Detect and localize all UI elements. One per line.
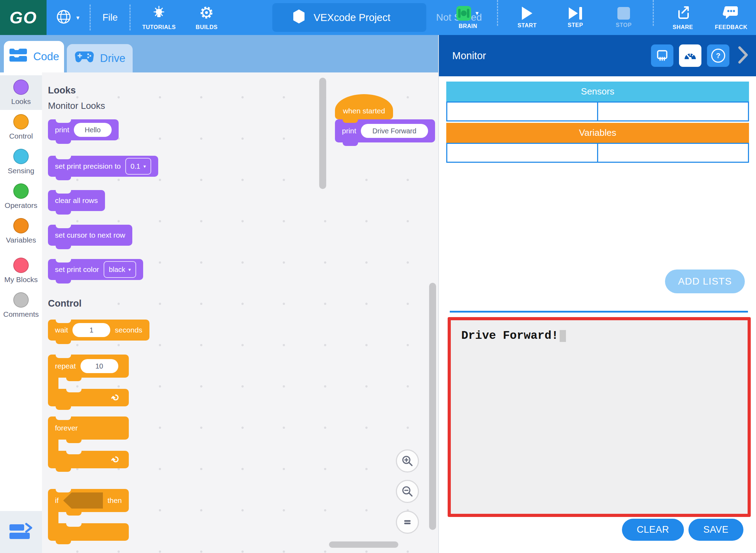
sidebar-item-variables[interactable]: Variables xyxy=(0,214,42,248)
step-button[interactable]: STEP xyxy=(556,0,595,35)
looks-category-dot xyxy=(13,79,29,95)
variables-cell xyxy=(447,144,597,162)
monitor-view-button[interactable] xyxy=(679,44,701,67)
print-block[interactable]: print Hello xyxy=(48,119,119,140)
precision-dropdown[interactable]: 0.1 ▾ xyxy=(125,158,151,175)
vexcode-app: GO ▼ File TUTORIALS BUILDS xyxy=(0,0,756,553)
variables-cell xyxy=(597,144,748,162)
feedback-button[interactable]: FEEDBACK xyxy=(712,0,750,35)
tab-strip: Code Drive xyxy=(0,35,438,72)
palette-expand-button[interactable] xyxy=(0,511,42,553)
repeat-count-input[interactable]: 10 xyxy=(80,359,118,373)
my-blocks-category-dot xyxy=(13,258,29,273)
share-button[interactable]: SHARE xyxy=(664,0,702,35)
save-button[interactable]: SAVE xyxy=(688,519,743,541)
workspace-print-value[interactable]: Drive Forward xyxy=(361,124,428,138)
coding-canvas: Looks Monitor Looks print Hello set prin… xyxy=(42,72,438,553)
divider xyxy=(90,5,91,30)
hexagon-icon xyxy=(293,9,305,26)
console-cursor xyxy=(560,330,566,342)
variables-table-header: Variables xyxy=(446,123,749,143)
set-cursor-next-row-block[interactable]: set cursor to next row xyxy=(48,225,132,246)
workspace-horizontal-scrollbar[interactable] xyxy=(329,541,398,548)
when-started-block[interactable]: when started xyxy=(335,94,393,119)
sidebar-item-control[interactable]: Control xyxy=(0,110,42,145)
builds-button[interactable]: BUILDS xyxy=(187,0,226,35)
clear-button[interactable]: CLEAR xyxy=(622,519,684,541)
monitor-title: Monitor xyxy=(452,50,486,62)
sensors-table-row xyxy=(446,102,749,121)
help-icon: ? xyxy=(711,49,725,63)
operators-category-dot xyxy=(13,183,29,199)
comments-category-dot xyxy=(13,292,29,308)
step-icon xyxy=(569,7,582,20)
repeat-block[interactable]: repeat 10 ↻ xyxy=(48,355,129,406)
chevron-down-icon: ▼ xyxy=(475,10,480,16)
brain-device-icon xyxy=(655,49,669,63)
loop-arrow-icon: ↻ xyxy=(109,391,122,404)
wait-value-input[interactable]: 1 xyxy=(72,323,110,337)
print-color-dropdown[interactable]: black ▾ xyxy=(104,261,136,278)
gauge-icon xyxy=(683,49,698,63)
tab-drive[interactable]: Drive xyxy=(67,44,133,72)
sensors-cell xyxy=(597,103,748,120)
sidebar-item-operators[interactable]: Operators xyxy=(0,179,42,214)
chevron-down-icon: ▼ xyxy=(75,15,80,21)
go-logo: GO xyxy=(0,0,47,35)
sidebar-item-looks[interactable]: Looks xyxy=(0,75,42,110)
sidebar-item-my-blocks[interactable]: My Blocks xyxy=(0,253,42,288)
feedback-bubble-icon xyxy=(723,5,740,22)
code-blocks-icon xyxy=(9,48,28,66)
add-lists-button[interactable]: ADD LISTS xyxy=(665,270,745,293)
clear-all-rows-block[interactable]: clear all rows xyxy=(48,190,105,211)
divider xyxy=(653,0,654,26)
console-divider xyxy=(450,311,748,313)
brain-view-button[interactable] xyxy=(651,44,673,67)
globe-icon xyxy=(56,9,72,26)
control-category-dot xyxy=(13,114,29,130)
if-then-block[interactable]: if then xyxy=(48,489,129,541)
palette-scrollbar[interactable] xyxy=(319,78,326,189)
variables-category-dot xyxy=(13,218,29,233)
project-title-chip[interactable]: VEXcode Project xyxy=(272,3,426,32)
collapse-panel-chevron[interactable] xyxy=(738,46,748,65)
sidebar-item-sensing[interactable]: Sensing xyxy=(0,145,42,179)
brain-selector[interactable]: ▼ BRAIN xyxy=(449,0,487,35)
set-print-precision-block[interactable]: set print precision to 0.1 ▾ xyxy=(48,156,158,177)
category-sidebar: Looks Control Sensing Operators Variable… xyxy=(0,72,42,553)
workspace-vertical-scrollbar[interactable] xyxy=(429,283,436,530)
zoom-reset-button[interactable] xyxy=(396,511,419,534)
language-selector[interactable]: ▼ xyxy=(56,9,80,26)
divider xyxy=(497,0,498,26)
wait-block[interactable]: wait 1 seconds xyxy=(48,320,149,341)
console-output-text: Drive Forward! xyxy=(461,329,558,342)
tab-code[interactable]: Code xyxy=(4,41,64,72)
forever-block[interactable]: forever ↻ xyxy=(48,416,129,468)
topbar: GO ▼ File TUTORIALS BUILDS xyxy=(0,0,756,35)
file-menu[interactable]: File xyxy=(100,12,121,23)
divider xyxy=(130,5,131,30)
play-icon xyxy=(522,7,532,20)
set-print-color-block[interactable]: set print color black ▾ xyxy=(48,259,143,280)
condition-slot[interactable] xyxy=(63,492,103,509)
palette-section-control: Control xyxy=(48,298,82,309)
share-icon xyxy=(675,5,691,22)
zoom-in-button[interactable] xyxy=(396,449,419,472)
expand-blocks-icon xyxy=(9,524,33,540)
chevron-down-icon: ▾ xyxy=(144,163,146,169)
zoom-out-button[interactable] xyxy=(396,480,419,503)
zoom-out-icon xyxy=(400,484,414,498)
stop-icon xyxy=(617,7,630,20)
brain-icon xyxy=(456,6,471,21)
chevron-down-icon: ▾ xyxy=(128,267,131,272)
project-title: VEXcode Project xyxy=(314,12,390,23)
stop-button[interactable]: STOP xyxy=(604,0,643,35)
print-console: Drive Forward! xyxy=(448,317,751,517)
start-button[interactable]: START xyxy=(508,0,546,35)
tutorials-button[interactable]: TUTORIALS xyxy=(140,0,178,35)
print-value-input[interactable]: Hello xyxy=(74,123,112,137)
monitor-panel: Monitor ? Sensors xyxy=(438,35,756,553)
palette-subsection-monitor-looks: Monitor Looks xyxy=(48,100,105,111)
help-button[interactable]: ? xyxy=(707,44,729,67)
sidebar-item-comments[interactable]: Comments xyxy=(0,288,42,323)
